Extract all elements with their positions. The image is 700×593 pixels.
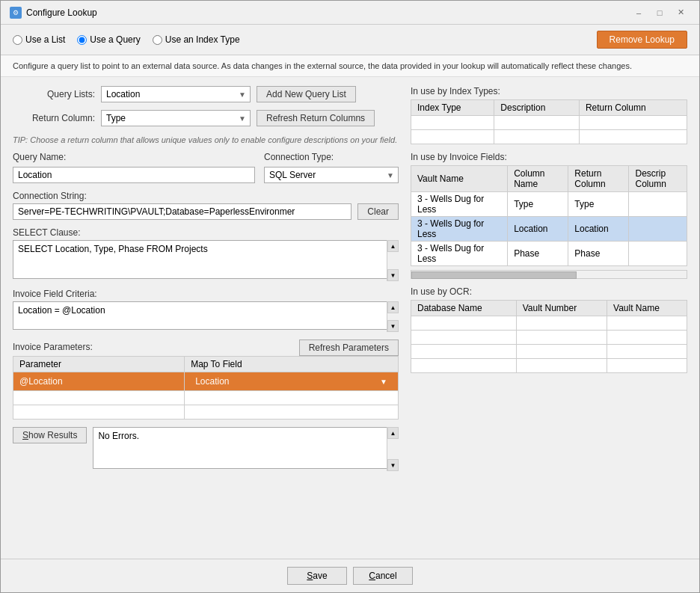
use-list-input[interactable]: [13, 35, 22, 45]
connection-string-input[interactable]: [13, 203, 351, 220]
invoice-fields-head: Vault Name Column Name Return Column Des…: [411, 166, 687, 192]
use-list-label: Use a List: [25, 34, 65, 45]
inv-col-column: Column Name: [508, 166, 568, 192]
use-index-input[interactable]: [153, 35, 162, 45]
scroll-up-icon[interactable]: ▲: [387, 240, 399, 252]
params-header: Invoice Parameters: Refresh Parameters: [13, 339, 399, 356]
inv-row2-return: Location: [568, 217, 629, 242]
query-lists-row: Query Lists: Location ▼ Add New Query Li…: [13, 86, 399, 102]
invoice-criteria-wrap: Location = @Location ▲ ▼: [13, 301, 399, 332]
inv-row1-descrip: [629, 192, 687, 217]
inv-row3-col: Phase: [508, 242, 568, 266]
connection-type-label: Connection Type:: [264, 152, 399, 162]
query-lists-select-wrap: Location ▼: [101, 86, 251, 102]
ocr-row-empty3: [411, 345, 687, 359]
results-area: No Errors. ▲ ▼: [93, 427, 399, 471]
invoice-criteria-label: Invoice Field Criteria:: [13, 289, 399, 299]
invoice-params-section: Invoice Parameters: Refresh Parameters P…: [13, 339, 399, 420]
results-scroll-down-icon[interactable]: ▼: [387, 459, 399, 471]
scroll-down-icon[interactable]: ▼: [387, 269, 399, 281]
connection-type-select[interactable]: SQL Server: [264, 167, 399, 183]
query-lists-select[interactable]: Location: [101, 86, 251, 102]
invoice-row-1[interactable]: 3 - Wells Dug for Less Type Type: [411, 192, 687, 217]
query-name-label: Query Name:: [13, 152, 255, 162]
ocr-section: In use by OCR: Database Name Vault Numbe…: [411, 286, 687, 373]
invoice-fields-section: In use by Invoice Fields: Vault Name: [411, 152, 687, 279]
clear-button[interactable]: Clear: [357, 203, 399, 220]
configure-lookup-window: ⚙ Configure Lookup – □ ✕ Use a List Use …: [0, 0, 700, 593]
index-types-title: In use by Index Types:: [411, 86, 687, 96]
ocr-row-empty2: [411, 331, 687, 345]
invoice-fields-body: 3 - Wells Dug for Less Type Type 3 - Wel…: [411, 192, 687, 266]
maximize-button[interactable]: □: [650, 6, 669, 19]
results-scroll-up-icon[interactable]: ▲: [387, 427, 399, 439]
inv-row2-col: Location: [508, 217, 568, 242]
query-name-input[interactable]: [13, 167, 255, 183]
show-results-row: Show Results No Errors. ▲ ▼: [13, 427, 399, 471]
invoice-criteria-scrollbar: ▲ ▼: [387, 301, 399, 332]
index-types-head: Index Type Description Return Column: [411, 100, 687, 116]
cancel-button[interactable]: Cancel: [353, 567, 413, 585]
select-clause-section: SELECT Clause: SELECT Location, Type, Ph…: [13, 227, 399, 281]
ocr-col-vault-name: Vault Name: [607, 301, 687, 316]
refresh-parameters-button[interactable]: Refresh Parameters: [299, 339, 399, 356]
connection-type-select-wrap: SQL Server ▼: [264, 167, 399, 183]
add-new-query-list-button[interactable]: Add New Query List: [257, 86, 356, 102]
invoice-row-2[interactable]: 3 - Wells Dug for Less Location Location: [411, 217, 687, 242]
use-query-radio[interactable]: Use a Query: [77, 34, 140, 45]
params-row-selected[interactable]: @Location Location ▼: [13, 372, 399, 391]
use-query-label: Use a Query: [90, 34, 140, 45]
save-label: Save: [307, 571, 327, 581]
select-clause-textarea[interactable]: SELECT Location, Type, Phase FROM Projec…: [13, 240, 399, 279]
minimize-button[interactable]: –: [629, 6, 648, 19]
invoice-fields-table-wrap: Vault Name Column Name Return Column Des…: [411, 165, 687, 266]
invoice-fields-scrollbar-thumb: [411, 271, 577, 279]
use-query-input[interactable]: [77, 35, 87, 45]
connection-type-group: Connection Type: SQL Server ▼: [264, 152, 399, 183]
index-types-header-row: Index Type Description Return Column: [411, 100, 687, 116]
params-param-cell: @Location: [13, 372, 185, 391]
lookup-type-toolbar: Use a List Use a Query Use an Index Type…: [1, 25, 699, 55]
invoice-row-3[interactable]: 3 - Wells Dug for Less Phase Phase: [411, 242, 687, 266]
description-bar: Configure a query list to point to an ex…: [1, 55, 699, 77]
select-clause-label: SELECT Clause:: [13, 227, 399, 238]
ocr-head: Database Name Vault Number Vault Name: [411, 301, 687, 316]
use-list-radio[interactable]: Use a List: [13, 34, 65, 45]
title-bar: ⚙ Configure Lookup – □ ✕: [1, 1, 699, 25]
refresh-return-columns-button[interactable]: Refresh Return Columns: [257, 110, 375, 126]
inv-row3-vault: 3 - Wells Dug for Less: [411, 242, 508, 266]
invoice-fields-title: In use by Invoice Fields:: [411, 152, 687, 162]
scroll-up-icon2[interactable]: ▲: [387, 301, 399, 313]
ocr-header-row: Database Name Vault Number Vault Name: [411, 301, 687, 316]
ocr-body: [411, 316, 687, 373]
connection-string-row: Clear: [13, 203, 399, 220]
params-col-param: Parameter: [13, 357, 185, 372]
save-button[interactable]: Save: [287, 567, 347, 585]
main-content: Query Lists: Location ▼ Add New Query Li…: [1, 77, 699, 559]
show-results-button[interactable]: Show Results: [13, 427, 87, 443]
params-map-select[interactable]: Location: [191, 374, 392, 389]
invoice-criteria-textarea[interactable]: Location = @Location: [13, 301, 399, 330]
scroll-down-icon2[interactable]: ▼: [387, 320, 399, 332]
right-panel: In use by Index Types: Index Type Descri…: [411, 86, 687, 550]
params-row-empty2: [13, 405, 399, 420]
close-button[interactable]: ✕: [671, 6, 690, 19]
connection-string-label: Connection String:: [13, 191, 399, 201]
return-column-select[interactable]: Type: [101, 110, 251, 126]
index-col-return: Return Column: [579, 100, 687, 116]
params-row-empty1: [13, 391, 399, 405]
invoice-criteria-section: Invoice Field Criteria: Location = @Loca…: [13, 289, 399, 332]
invoice-fields-scrollbar[interactable]: [411, 270, 687, 279]
use-index-radio[interactable]: Use an Index Type: [153, 34, 240, 45]
query-name-connection-row: Query Name: Connection Type: SQL Server …: [13, 152, 399, 183]
results-textarea[interactable]: No Errors.: [93, 427, 399, 469]
inv-row1-return: Type: [568, 192, 629, 217]
remove-lookup-button[interactable]: Remove Lookup: [597, 31, 687, 49]
return-column-row: Return Column: Type ▼ Refresh Return Col…: [13, 110, 399, 126]
use-index-label: Use an Index Type: [165, 34, 240, 45]
params-map-cell: Location ▼: [185, 372, 399, 391]
cancel-label: Cancel: [369, 571, 396, 581]
description-text: Configure a query list to point to an ex…: [13, 61, 632, 70]
index-types-section: In use by Index Types: Index Type Descri…: [411, 86, 687, 144]
results-textarea-wrap: No Errors. ▲ ▼: [93, 427, 399, 471]
